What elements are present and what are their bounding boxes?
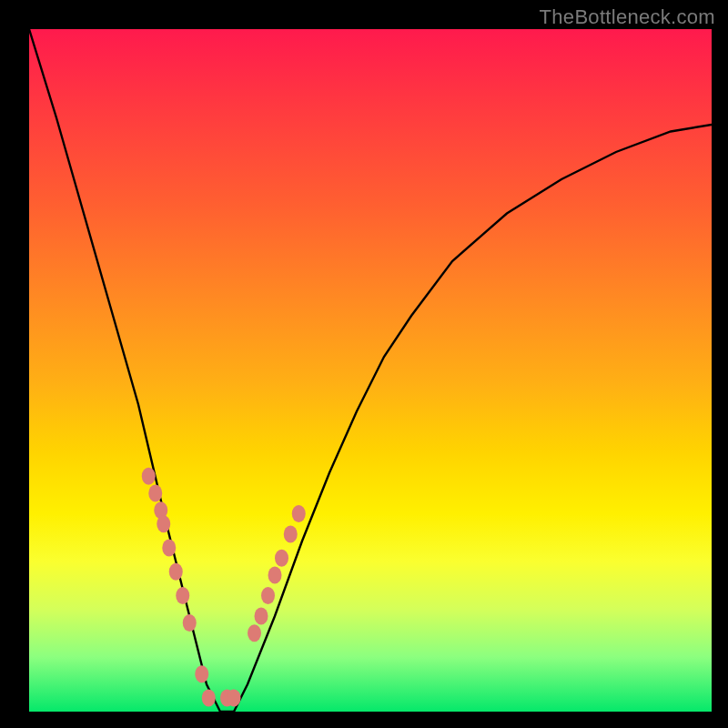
highlight-dot: [176, 587, 189, 604]
highlight-dot: [169, 563, 183, 581]
chart-frame: TheBottleneck.com: [0, 0, 728, 728]
highlight-dot: [284, 526, 298, 543]
highlight-dot: [292, 505, 306, 522]
highlight-dot: [275, 550, 288, 567]
curve-path: [29, 29, 712, 712]
highlight-dot: [228, 690, 241, 707]
highlight-dots: [142, 468, 306, 707]
highlight-dot: [142, 468, 156, 485]
highlight-dot: [248, 624, 261, 642]
highlight-dot: [255, 608, 268, 625]
bottleneck-curve: [29, 29, 712, 712]
highlight-dot: [157, 515, 170, 532]
curve-layer: [29, 29, 712, 712]
highlight-dot: [202, 690, 216, 707]
highlight-dot: [261, 587, 275, 604]
highlight-dot: [162, 540, 176, 557]
plot-area: [29, 29, 712, 712]
highlight-dot: [183, 614, 197, 632]
watermark-text: TheBottleneck.com: [540, 5, 715, 29]
highlight-dot: [195, 665, 208, 682]
highlight-dot: [268, 567, 282, 584]
highlight-dot: [148, 485, 162, 502]
